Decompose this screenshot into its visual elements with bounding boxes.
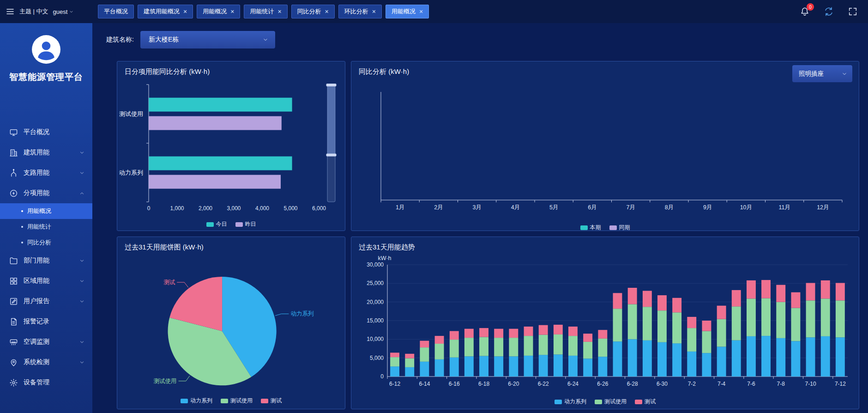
svg-text:7-10: 7-10 xyxy=(805,381,816,387)
sidebar-item-label: 部门用能 xyxy=(24,256,79,265)
tab-label: 建筑用能概况 xyxy=(144,7,180,16)
panel-title: 过去31天用能趋势 xyxy=(359,243,415,252)
sidebar-item-label: 建筑用能 xyxy=(24,148,79,157)
sidebar-item[interactable]: 设备管理 xyxy=(0,372,92,393)
sidebar-item[interactable]: 用户报告 xyxy=(0,291,92,311)
legend-swatch xyxy=(609,225,617,230)
gear-icon xyxy=(9,378,18,387)
close-icon[interactable]: × xyxy=(419,8,423,15)
flash-icon xyxy=(9,189,18,198)
legend-swatch xyxy=(580,225,588,230)
bullet-dot-icon xyxy=(21,242,23,243)
legend-item[interactable]: 本期 xyxy=(580,224,601,231)
svg-text:0: 0 xyxy=(380,373,384,380)
svg-text:6-16: 6-16 xyxy=(449,381,460,387)
notifications-button[interactable]: 0 xyxy=(800,6,810,17)
legend-item[interactable]: 动力系列 xyxy=(555,398,586,406)
tab-item[interactable]: 用能概况× xyxy=(386,5,429,18)
close-icon[interactable]: × xyxy=(230,8,234,15)
legend-item[interactable]: 动力系列 xyxy=(181,397,212,405)
legend-item[interactable]: 测试 xyxy=(261,397,282,405)
tab-label: 用能概况 xyxy=(392,7,416,16)
topbar-actions: 0 xyxy=(800,6,858,17)
tab-label: 用能概况 xyxy=(203,7,227,16)
sidebar-item[interactable]: 分项用能 xyxy=(0,183,92,203)
tab-item[interactable]: 用能概况× xyxy=(197,5,240,18)
sidebar-item[interactable]: 空调监测 xyxy=(0,332,92,352)
chevron-down-icon xyxy=(79,359,85,365)
user-menu[interactable]: guest xyxy=(53,8,74,15)
sidebar-item[interactable]: 支路用能 xyxy=(0,163,92,183)
sidebar-item[interactable]: 报警记录 xyxy=(0,311,92,332)
chart-legend: 动力系列测试使用测试 xyxy=(351,398,859,406)
legend-item[interactable]: 测试使用 xyxy=(221,397,253,405)
svg-text:测试使用: 测试使用 xyxy=(119,110,143,117)
tab-item[interactable]: 用能统计× xyxy=(244,5,287,18)
sidebar-subitem[interactable]: 同比分析 xyxy=(0,235,92,250)
close-icon[interactable]: × xyxy=(372,8,376,15)
tab-item[interactable]: 建筑用能概况× xyxy=(138,5,193,18)
svg-text:2,000: 2,000 xyxy=(199,205,212,212)
tab-item[interactable]: 同比分析× xyxy=(291,5,335,18)
sidebar-item[interactable]: 系统检测 xyxy=(0,352,92,372)
sidebar-subitem[interactable]: 用能统计 xyxy=(0,219,92,235)
svg-text:6-24: 6-24 xyxy=(567,381,579,387)
close-icon[interactable]: × xyxy=(183,8,187,15)
svg-text:7-2: 7-2 xyxy=(688,381,696,387)
sidebar-subitem[interactable]: 用能概况 xyxy=(0,203,92,219)
legend-item[interactable]: 昨日 xyxy=(235,220,256,228)
ac-icon xyxy=(9,338,18,346)
sidebar-item-label: 空调监测 xyxy=(24,338,79,346)
svg-text:6-30: 6-30 xyxy=(657,381,668,387)
fullscreen-button[interactable] xyxy=(848,6,858,17)
tab-item[interactable]: 平台概况 xyxy=(98,5,134,18)
svg-text:20,000: 20,000 xyxy=(367,299,384,305)
legend-item[interactable]: 同期 xyxy=(609,224,630,231)
sidebar-subitem-label: 同比分析 xyxy=(27,238,51,247)
trend-chart[interactable]: 05,00010,00015,00020,00025,00030,000kW·h… xyxy=(354,253,855,395)
refresh-button[interactable] xyxy=(824,6,834,17)
svg-text:8月: 8月 xyxy=(665,204,674,211)
svg-text:6,000: 6,000 xyxy=(312,205,326,212)
svg-text:15,000: 15,000 xyxy=(367,317,384,324)
legend-swatch xyxy=(635,400,642,404)
close-icon[interactable]: × xyxy=(277,8,281,15)
sidebar-item[interactable]: 建筑用能 xyxy=(0,142,92,163)
chevron-down-icon xyxy=(79,278,85,284)
legend-label: 同期 xyxy=(619,224,630,231)
menu-toggle-icon[interactable] xyxy=(6,7,15,16)
svg-text:6-14: 6-14 xyxy=(419,381,430,387)
pie-chart[interactable]: 动力系列测试使用测试 xyxy=(119,256,343,392)
panel-pie-31days: 过去31天用能饼图 (kW·h) 动力系列测试使用测试 动力系列测试使用测试 xyxy=(117,237,345,409)
theme-lang-switch[interactable]: 主题 | 中文 xyxy=(19,7,48,16)
sidebar-item[interactable]: 区域用能 xyxy=(0,271,92,291)
series-select-value: 照明插座 xyxy=(799,70,824,78)
legend-swatch xyxy=(221,399,228,403)
sidebar-subitem-label: 用能概况 xyxy=(27,207,51,215)
daily-compare-chart[interactable]: 01,0002,0003,0004,0005,0006,000测试使用动力系列 xyxy=(119,81,343,216)
close-icon[interactable]: × xyxy=(325,8,329,15)
folder-icon xyxy=(9,256,18,265)
legend-label: 测试 xyxy=(645,398,656,406)
svg-text:3,000: 3,000 xyxy=(227,205,241,212)
svg-text:7-8: 7-8 xyxy=(777,381,785,387)
svg-text:6月: 6月 xyxy=(588,204,597,211)
building-select[interactable]: 新大楼E栋 xyxy=(140,31,275,49)
sidebar-item[interactable]: 平台概况 xyxy=(0,122,92,142)
legend-item[interactable]: 测试使用 xyxy=(595,398,627,406)
legend-label: 测试使用 xyxy=(604,398,627,406)
series-select[interactable]: 照明插座 xyxy=(792,65,852,82)
yoy-chart[interactable]: 1月2月3月4月5月6月7月8月9月10月11月12月 xyxy=(355,85,854,218)
filter-bar: 建筑名称: 新大楼E栋 xyxy=(92,23,868,56)
legend-item[interactable]: 测试 xyxy=(635,398,656,406)
svg-text:6-12: 6-12 xyxy=(389,381,400,387)
tab-item[interactable]: 环比分析× xyxy=(338,5,382,18)
svg-text:10,000: 10,000 xyxy=(367,336,384,342)
svg-text:6-20: 6-20 xyxy=(508,381,519,387)
notification-badge: 0 xyxy=(807,3,814,11)
chevron-up-icon xyxy=(79,190,85,196)
legend-item[interactable]: 今日 xyxy=(206,220,227,228)
tab-bar: 平台概况建筑用能概况×用能概况×用能统计×同比分析×环比分析×用能概况× xyxy=(98,5,429,18)
sidebar-item[interactable]: 部门用能 xyxy=(0,250,92,271)
legend-label: 测试使用 xyxy=(230,397,253,405)
